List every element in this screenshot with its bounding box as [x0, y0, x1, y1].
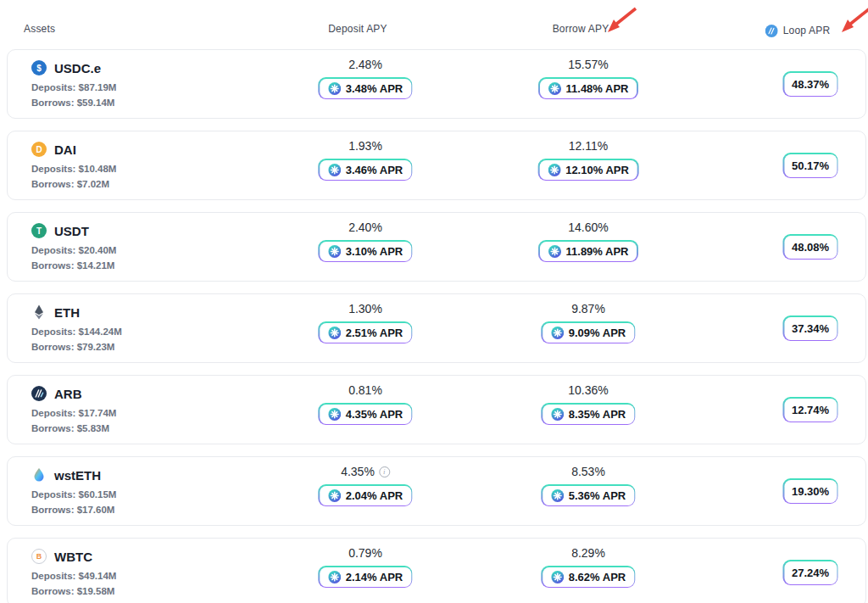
borrow-apr-label: 5.36% APR — [569, 489, 626, 502]
deposits-value: $60.15M — [79, 489, 117, 500]
deposit-apy-value: 1.93% — [348, 139, 382, 153]
deposit-apy-cell: 1.30% — [318, 294, 412, 362]
borrow-apy-cell: 15.57% — [538, 50, 638, 118]
column-header-loop-apr: Loop APR — [764, 23, 831, 38]
deposit-apy-value: 1.30% — [348, 302, 382, 315]
borrow-apy-cell: 14.60% — [538, 213, 638, 281]
loop-apr-value: 37.34% — [792, 322, 829, 335]
asset-row[interactable]: B WBTC Deposits: $49.14M Borrows: $19.58… — [7, 538, 866, 603]
usdt-icon: T — [31, 223, 47, 238]
spark-icon — [328, 245, 341, 258]
borrow-apy-value: 14.60% — [568, 221, 608, 234]
loop-apr-value: 12.74% — [792, 404, 829, 416]
borrow-apr-label: 8.62% APR — [569, 571, 626, 583]
borrows-stat: Borrows: $14.21M — [31, 260, 116, 271]
deposit-apr-label: 2.14% APR — [346, 571, 403, 583]
loop-apr-cell: 19.30% — [782, 457, 837, 525]
column-header-assets: Assets — [24, 23, 55, 35]
borrow-apr-badge[interactable]: 11.48% APR — [538, 77, 638, 99]
borrow-apr-badge[interactable]: 8.35% APR — [541, 403, 635, 425]
borrow-apr-badge[interactable]: 5.36% APR — [541, 484, 635, 506]
asset-name: ETH — [54, 305, 80, 320]
borrows-stat: Borrows: $59.14M — [31, 98, 116, 108]
borrow-apy-cell: 12.11% — [538, 131, 639, 199]
deposit-apr-label: 3.48% APR — [346, 82, 403, 95]
borrow-apy-cell: 10.36% — [541, 376, 635, 444]
deposits-stat: Deposits: $17.74M — [31, 408, 116, 418]
loop-apr-value: 48.37% — [792, 78, 829, 91]
loop-apr-cell: 27.24% — [782, 539, 837, 603]
table-header: Assets Deposit APY Borrow APY Loop APR — [0, 0, 868, 49]
borrow-apr-badge[interactable]: 11.89% APR — [538, 240, 638, 262]
column-header-borrow-apy: Borrow APY — [553, 23, 609, 35]
deposit-apr-badge[interactable]: 2.04% APR — [318, 484, 412, 506]
spark-icon — [551, 571, 564, 583]
deposit-apy-value: 0.79% — [348, 546, 382, 560]
deposits-label: Deposits: — [31, 245, 75, 255]
deposit-apr-badge[interactable]: 2.51% APR — [318, 321, 412, 343]
borrows-stat: Borrows: $7.02M — [31, 179, 116, 189]
asset-row[interactable]: T USDT Deposits: $20.40M Borrows: $14.21… — [7, 212, 866, 282]
spark-icon — [328, 408, 341, 421]
asset-row[interactable]: ARB Deposits: $17.74M Borrows: $5.83M 0.… — [7, 375, 866, 444]
borrows-label: Borrows: — [31, 98, 74, 108]
loop-apr-value: 19.30% — [792, 485, 829, 498]
borrow-apy-value: 12.11% — [569, 139, 608, 153]
borrows-label: Borrows: — [31, 505, 74, 515]
borrows-value: $7.02M — [77, 179, 109, 189]
loop-apr-badge[interactable]: 48.08% — [782, 234, 837, 260]
borrow-apr-label: 9.09% APR — [569, 327, 626, 339]
borrow-apr-badge[interactable]: 8.62% APR — [541, 566, 635, 588]
deposits-value: $20.40M — [79, 245, 117, 255]
borrow-apy-value: 10.36% — [568, 383, 608, 397]
info-icon[interactable]: i — [379, 466, 390, 477]
deposit-apr-badge[interactable]: 4.35% APR — [318, 403, 412, 425]
spark-icon — [328, 489, 341, 502]
asset-row[interactable]: wstETH Deposits: $60.15M Borrows: $17.60… — [7, 456, 866, 526]
borrow-apr-label: 8.35% APR — [569, 408, 626, 421]
deposit-apy-value: 4.35% — [341, 465, 375, 478]
borrows-label: Borrows: — [31, 586, 74, 596]
loop-apr-cell: 50.17% — [782, 131, 837, 199]
deposit-apr-badge[interactable]: 2.14% APR — [318, 566, 412, 588]
asset-row[interactable]: D DAI Deposits: $10.48M Borrows: $7.02M … — [7, 131, 866, 200]
loop-apr-badge[interactable]: 12.74% — [782, 397, 837, 422]
borrows-stat: Borrows: $19.58M — [31, 586, 116, 596]
asset-row[interactable]: $ USDC.e Deposits: $87.19M Borrows: $59.… — [7, 49, 866, 119]
borrow-apy-cell: 8.53% — [541, 457, 635, 525]
markets-page: Assets Deposit APY Borrow APY Loop APR — [0, 0, 868, 603]
deposit-apy-cell: 0.81% — [318, 376, 412, 444]
deposit-apr-badge[interactable]: 3.10% APR — [318, 240, 412, 262]
spark-icon — [548, 82, 561, 95]
arb-icon — [31, 386, 47, 401]
dai-icon: D — [31, 142, 47, 157]
asset-name: USDC.e — [54, 61, 101, 75]
borrow-apr-badge[interactable]: 9.09% APR — [541, 321, 635, 343]
deposits-label: Deposits: — [31, 571, 75, 581]
borrows-label: Borrows: — [31, 179, 74, 189]
wsteth-icon — [31, 467, 47, 483]
column-header-deposit-apy: Deposit APY — [328, 23, 387, 35]
deposits-label: Deposits: — [31, 164, 75, 174]
deposits-value: $49.14M — [79, 571, 117, 581]
deposit-apr-badge[interactable]: 3.48% APR — [318, 77, 412, 99]
borrow-apr-badge[interactable]: 12.10% APR — [538, 159, 639, 181]
deposit-apr-badge[interactable]: 3.46% APR — [318, 159, 412, 181]
loop-apr-cell: 37.34% — [782, 294, 837, 362]
deposits-stat: Deposits: $20.40M — [31, 245, 116, 255]
loop-apr-badge[interactable]: 19.30% — [782, 478, 837, 504]
loop-apr-badge[interactable]: 48.37% — [782, 71, 837, 97]
asset-name: ARB — [54, 387, 82, 401]
loop-apr-header-label: Loop APR — [783, 25, 831, 36]
loop-apr-badge[interactable]: 27.24% — [782, 560, 837, 585]
loop-apr-badge[interactable]: 50.17% — [782, 153, 837, 178]
usdc-icon: $ — [31, 60, 47, 75]
spark-icon — [548, 245, 561, 258]
asset-row[interactable]: ETH Deposits: $144.24M Borrows: $79.23M … — [7, 293, 866, 363]
deposit-apy-cell: 4.35% i — [318, 457, 412, 525]
borrows-label: Borrows: — [31, 342, 74, 352]
asset-name: wstETH — [54, 468, 101, 483]
borrows-stat: Borrows: $79.23M — [31, 342, 122, 352]
loop-apr-badge[interactable]: 37.34% — [782, 315, 837, 341]
deposit-apr-label: 2.51% APR — [346, 327, 403, 339]
